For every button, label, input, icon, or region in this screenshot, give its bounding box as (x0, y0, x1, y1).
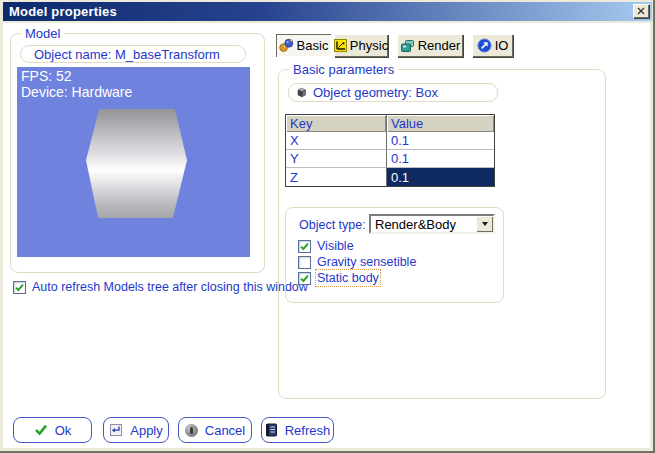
header-value[interactable]: Value (386, 115, 494, 132)
static-body-row: Static body (298, 271, 379, 285)
fps-readout: FPS: 52 (21, 68, 132, 84)
rendered-box-object (86, 109, 187, 218)
preview-viewport[interactable]: FPS: 52 Device: Hardware (17, 67, 250, 257)
ok-button[interactable]: Ok (13, 417, 92, 443)
auto-refresh-checkbox[interactable] (13, 281, 26, 294)
close-button[interactable] (633, 4, 649, 18)
cube-icon (296, 87, 307, 98)
device-readout: Device: Hardware (21, 84, 132, 100)
cancel-button[interactable]: Cancel (178, 417, 252, 443)
check-icon (34, 424, 48, 436)
gravity-label[interactable]: Gravity sensetible (317, 255, 416, 269)
dropdown-button[interactable] (476, 216, 493, 232)
object-geometry-label: Object geometry: Box (313, 85, 438, 100)
static-body-checkbox[interactable] (298, 272, 311, 285)
object-type-label: Object type: (299, 218, 366, 232)
apply-button[interactable]: Apply (103, 417, 169, 443)
window-title: Model properties (9, 4, 117, 19)
gravity-row: Gravity sensetible (298, 255, 416, 269)
chevron-down-icon (482, 222, 488, 226)
tab-io-label: IO (495, 38, 509, 53)
tab-render[interactable]: Render (397, 34, 463, 57)
table-row: Y 0.1 (286, 150, 494, 168)
table-header-row: Key Value (286, 115, 494, 132)
object-name-field[interactable]: Object name: M_baseTransform (20, 45, 246, 63)
model-group-label: Model (21, 26, 64, 41)
tab-physic-label: Physic (350, 38, 388, 53)
io-arrow-icon (477, 38, 492, 53)
spheres-icon (279, 38, 294, 53)
refresh-icon (265, 423, 278, 437)
tab-render-label: Render (418, 38, 461, 53)
refresh-button[interactable]: Refresh (261, 417, 334, 443)
basic-parameters-label: Basic parameters (289, 62, 398, 77)
key-value-table: Key Value X 0.1 Y 0.1 Z 0.1 (285, 114, 495, 187)
check-icon (299, 273, 310, 284)
model-properties-dialog: Model properties Model Object name: M_ba… (0, 0, 655, 453)
object-type-groupbox: Object type: Render&Body Visible Gravity… (285, 207, 504, 303)
close-icon (637, 7, 645, 15)
physics-axis-icon (334, 39, 347, 52)
cell-value-z-selected[interactable]: 0.1 (386, 168, 494, 186)
title-bar[interactable]: Model properties (3, 2, 652, 21)
tab-basic[interactable]: Basic (276, 34, 331, 57)
header-key[interactable]: Key (286, 115, 386, 132)
check-icon (299, 241, 310, 252)
ok-label: Ok (55, 423, 72, 438)
cell-key-y[interactable]: Y (286, 150, 386, 168)
table-row: X 0.1 (286, 132, 494, 150)
render-icon (400, 39, 415, 53)
check-icon (14, 282, 25, 293)
cell-value-y[interactable]: 0.1 (386, 150, 494, 168)
visible-row: Visible (298, 239, 354, 253)
visible-checkbox[interactable] (298, 240, 311, 253)
cell-key-x[interactable]: X (286, 132, 386, 150)
apply-icon (109, 423, 123, 437)
gravity-checkbox[interactable] (298, 256, 311, 269)
table-row: Z 0.1 (286, 168, 494, 186)
auto-refresh-row: Auto refresh Models tree after closing t… (13, 280, 308, 294)
static-body-label[interactable]: Static body (317, 271, 379, 285)
dialog-body: Model Object name: M_baseTransform FPS: … (3, 23, 650, 448)
tab-io[interactable]: IO (472, 34, 513, 57)
cancel-label: Cancel (205, 423, 245, 438)
object-type-dropdown[interactable]: Render&Body (369, 214, 495, 234)
refresh-label: Refresh (285, 423, 331, 438)
object-type-value: Render&Body (371, 217, 476, 232)
cancel-icon (185, 424, 198, 437)
cell-value-x[interactable]: 0.1 (386, 132, 494, 150)
auto-refresh-label[interactable]: Auto refresh Models tree after closing t… (32, 280, 308, 294)
tab-basic-label: Basic (297, 38, 329, 53)
tab-physic[interactable]: Physic (334, 34, 388, 57)
visible-label[interactable]: Visible (317, 239, 354, 253)
object-geometry-button[interactable]: Object geometry: Box (288, 83, 498, 102)
apply-label: Apply (130, 423, 163, 438)
cell-key-z[interactable]: Z (286, 168, 386, 186)
